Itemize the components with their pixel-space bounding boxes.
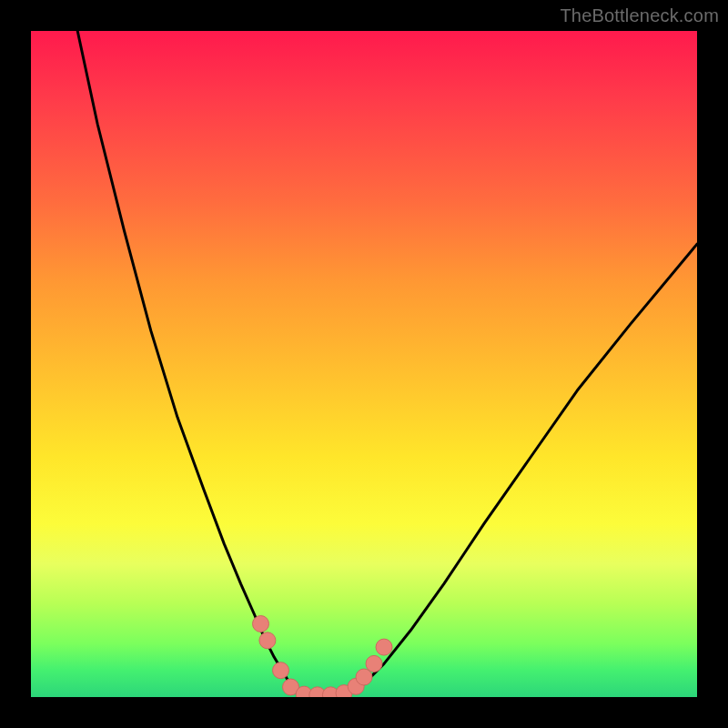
data-marker — [356, 669, 372, 685]
curve-path — [77, 31, 697, 696]
data-marker — [253, 616, 269, 632]
chart-svg — [31, 31, 697, 697]
data-marker — [366, 655, 382, 672]
attribution-text: TheBottleneck.com — [560, 5, 719, 26]
data-marker — [273, 662, 289, 679]
plot-area — [31, 31, 697, 697]
bottleneck-curve — [77, 31, 697, 696]
chart-frame: TheBottleneck.com — [0, 0, 728, 728]
data-marker — [376, 639, 392, 655]
data-marker — [259, 632, 276, 649]
